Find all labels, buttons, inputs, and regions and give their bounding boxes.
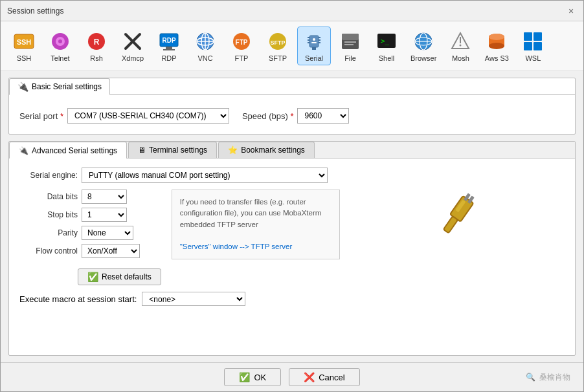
protocol-vnc[interactable]: VNC: [188, 27, 222, 65]
ok-button[interactable]: ✅ OK: [224, 368, 281, 386]
info-link[interactable]: "Servers" window --> TFTP server: [180, 243, 293, 250]
protocol-wsl[interactable]: WSL: [516, 27, 550, 65]
svg-point-49: [489, 34, 504, 40]
wsl-icon: [521, 30, 545, 53]
svg-rect-11: [166, 47, 172, 49]
svg-point-25: [313, 38, 315, 41]
cancel-label: Cancel: [319, 373, 344, 382]
bookmark-settings-tab[interactable]: ⭐ Bookmark settings: [218, 142, 315, 158]
advanced-serial-tabs: 🔌 Advanced Serial settings 🖥 Terminal se…: [9, 142, 575, 158]
ftp-icon: FTP: [230, 30, 253, 53]
engine-select[interactable]: PuTTY (allows manual COM port setting): [82, 168, 328, 183]
vnc-icon: [194, 30, 217, 53]
terminal-settings-tab-icon: 🖥: [138, 146, 146, 155]
rsh-label: Rsh: [90, 54, 103, 62]
protocol-telnet[interactable]: Telnet: [43, 27, 77, 65]
sftp-label: SFTP: [269, 54, 287, 62]
shell-label: Shell: [379, 54, 394, 62]
databits-select[interactable]: 8765: [82, 190, 127, 204]
file-label: File: [344, 54, 356, 62]
protocol-serial[interactable]: Serial: [297, 27, 331, 65]
mosh-label: Mosh: [452, 54, 469, 62]
advanced-serial-tab-icon: 🔌: [19, 146, 28, 155]
serial-label: Serial: [305, 54, 323, 62]
parity-row: Parity NoneEvenOddMarkSpace: [19, 226, 161, 240]
adv-main-row: Data bits 8765 Stop bits 12: [19, 190, 565, 285]
awss3-icon: [485, 30, 508, 53]
svg-point-4: [58, 39, 62, 43]
telnet-label: Telnet: [51, 54, 69, 62]
protocol-rdp[interactable]: RDP RDP: [152, 27, 186, 65]
bookmark-settings-tab-icon: ⭐: [228, 146, 238, 155]
awss3-label: Aws S3: [485, 54, 509, 62]
stopbits-label: Stop bits: [19, 210, 78, 219]
basic-serial-tab-label: Basic Serial settings: [32, 82, 102, 91]
rdp-label: RDP: [161, 54, 176, 62]
protocol-rsh[interactable]: R Rsh: [80, 27, 113, 65]
svg-rect-51: [533, 32, 542, 41]
cancel-icon: ❌: [304, 372, 315, 382]
info-text: If you need to transfer files (e.g. rout…: [180, 198, 322, 228]
protocol-ftp[interactable]: FTP FTP: [225, 27, 258, 65]
watermark-icon: 🔍: [526, 373, 535, 382]
protocol-shell[interactable]: >_ Shell: [370, 27, 403, 65]
protocol-browser[interactable]: Browser: [406, 27, 441, 65]
close-button[interactable]: ×: [565, 5, 577, 17]
protocol-mosh[interactable]: Mosh: [444, 27, 477, 65]
reset-defaults-button[interactable]: ✅ Reset defaults: [78, 268, 161, 285]
svg-text:>_: >_: [381, 37, 390, 45]
svg-rect-50: [524, 32, 532, 41]
macro-label: Execute macro at session start:: [19, 294, 137, 304]
basic-serial-tab-icon: 🔌: [17, 82, 28, 92]
flowcontrol-label: Flow control: [19, 246, 78, 256]
svg-point-45: [460, 45, 462, 47]
svg-rect-26: [311, 42, 317, 43]
engine-row: Serial engine: PuTTY (allows manual COM …: [19, 168, 565, 183]
basic-serial-content: Serial port * COM7 (USB-SERIAL CH340 (CO…: [9, 95, 575, 134]
macro-select[interactable]: <none>: [142, 292, 245, 306]
terminal-settings-tab[interactable]: 🖥 Terminal settings: [128, 142, 217, 158]
parity-label: Parity: [19, 228, 78, 237]
flowcontrol-select[interactable]: Xon/XoffNoneRTS/CTSDSR/DTR: [82, 244, 140, 258]
protocol-xdmcp[interactable]: Xdmcp: [116, 27, 150, 65]
svg-text:RDP: RDP: [162, 37, 175, 44]
parity-select[interactable]: NoneEvenOddMarkSpace: [82, 226, 133, 240]
plug-area: [350, 190, 565, 241]
serial-port-select[interactable]: COM7 (USB-SERIAL CH340 (COM7)): [67, 108, 229, 124]
flowcontrol-row: Flow control Xon/XoffNoneRTS/CTSDSR/DTR: [19, 244, 161, 258]
protocol-file[interactable]: File: [333, 27, 367, 65]
svg-text:R: R: [94, 38, 100, 47]
svg-text:SSH: SSH: [17, 38, 32, 46]
watermark-text: 桑榆肖物: [539, 372, 570, 383]
advanced-serial-content: Serial engine: PuTTY (allows manual COM …: [9, 158, 575, 312]
bookmark-settings-tab-label: Bookmark settings: [241, 146, 305, 155]
speed-select[interactable]: 9600192003840057600115200: [297, 108, 349, 124]
protocol-bar: SSH SSH Telnet R R: [1, 21, 583, 71]
ok-label: OK: [254, 373, 266, 382]
basic-serial-row: Serial port * COM7 (USB-SERIAL CH340 (CO…: [19, 103, 565, 126]
footer: ✅ OK ❌ Cancel 🔍 桑榆肖物: [1, 362, 583, 391]
ssh-icon: SSH: [12, 30, 36, 53]
svg-text:SFTP: SFTP: [270, 39, 285, 46]
basic-serial-tab[interactable]: 🔌 Basic Serial settings: [9, 78, 110, 95]
svg-rect-23: [309, 36, 319, 47]
svg-rect-35: [344, 41, 356, 43]
plug-illustration: [431, 190, 483, 241]
ftp-label: FTP: [235, 54, 249, 62]
svg-rect-52: [524, 42, 532, 50]
wsl-label: WSL: [525, 54, 541, 62]
serial-port-label: Serial port *: [19, 111, 63, 121]
svg-rect-34: [342, 34, 359, 40]
svg-rect-24: [312, 47, 316, 50]
advanced-serial-tab[interactable]: 🔌 Advanced Serial settings: [9, 142, 127, 158]
content-area: 🔌 Basic Serial settings Serial port * CO…: [1, 71, 583, 362]
serial-icon: [302, 30, 326, 53]
protocol-awss3[interactable]: Aws S3: [480, 27, 513, 65]
basic-serial-section: 🔌 Basic Serial settings Serial port * CO…: [8, 78, 576, 135]
telnet-icon: [49, 30, 72, 53]
shell-icon: >_: [375, 30, 398, 53]
protocol-ssh[interactable]: SSH SSH: [7, 27, 41, 65]
protocol-sftp[interactable]: SFTP SFTP: [261, 27, 295, 65]
stopbits-select[interactable]: 12: [82, 208, 127, 222]
cancel-button[interactable]: ❌ Cancel: [289, 368, 359, 386]
